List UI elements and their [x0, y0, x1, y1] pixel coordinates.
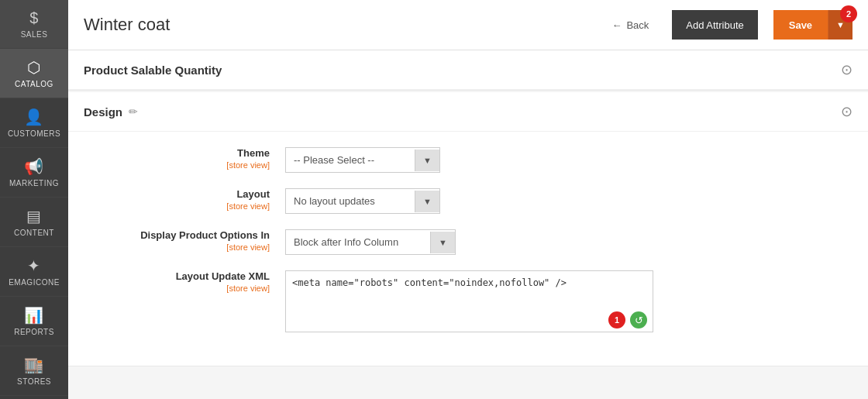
- sidebar: $ SALES ⬡ CATALOG 👤 CUSTOMERS 📢 MARKETIN…: [0, 0, 68, 399]
- sidebar-item-content[interactable]: ▤ CONTENT: [0, 198, 68, 247]
- sidebar-item-stores[interactable]: 🏬 STORES: [0, 346, 68, 396]
- layout-select[interactable]: No layout updates: [286, 189, 415, 213]
- sidebar-item-customers[interactable]: 👤 CUSTOMERS: [0, 98, 68, 148]
- dollar-icon: $: [29, 9, 39, 27]
- layout-store-view: [store view]: [226, 201, 270, 211]
- save-area: Save ▼ 2: [773, 10, 852, 40]
- save-button[interactable]: Save: [773, 10, 828, 40]
- add-attribute-button[interactable]: Add Attribute: [672, 10, 757, 40]
- layout-xml-badge: 1: [608, 311, 625, 328]
- theme-select[interactable]: -- Please Select --: [286, 148, 415, 172]
- display-options-store-view: [store view]: [226, 242, 270, 252]
- main-area: Winter coat ← Back Add Attribute Save ▼ …: [68, 0, 868, 399]
- theme-store-view: [store view]: [226, 160, 270, 170]
- design-title-group: Design ✏: [84, 105, 138, 119]
- design-edit-icon[interactable]: ✏: [129, 105, 138, 118]
- box-icon: ⬡: [27, 58, 41, 77]
- reports-icon: 📊: [24, 306, 44, 325]
- layout-select-wrapper: No layout updates ▼: [285, 188, 440, 214]
- display-options-control: Block after Info Column ▼: [285, 229, 852, 255]
- page-title: Winter coat: [84, 15, 588, 35]
- layout-xml-row: Layout Update XML [store view] <meta nam…: [68, 270, 852, 335]
- sidebar-item-reports[interactable]: 📊 REPORTS: [0, 297, 68, 346]
- sidebar-item-emagicone[interactable]: ✦ EMAGICONE: [0, 247, 68, 297]
- sidebar-item-label: REPORTS: [14, 328, 54, 336]
- layout-xml-label-group: Layout Update XML [store view]: [84, 270, 285, 294]
- layout-xml-control: <meta name="robots" content="<span class…: [285, 270, 852, 335]
- display-options-select-wrapper: Block after Info Column ▼: [285, 229, 456, 255]
- design-header[interactable]: Design ✏ ⊙: [68, 92, 868, 132]
- display-options-dropdown-arrow[interactable]: ▼: [430, 232, 455, 253]
- page-header: Winter coat ← Back Add Attribute Save ▼ …: [68, 0, 868, 50]
- sidebar-item-label: STORES: [17, 377, 51, 386]
- person-icon: 👤: [24, 108, 44, 126]
- theme-label: Theme: [84, 147, 270, 159]
- design-section: Design ✏ ⊙ Theme [store view] -- Pleas: [68, 92, 868, 366]
- theme-row: Theme [store view] -- Please Select -- ▼: [68, 147, 852, 173]
- stores-icon: 🏬: [24, 356, 44, 374]
- layout-label: Layout: [84, 188, 270, 200]
- display-options-row: Display Product Options In [store view] …: [68, 229, 852, 255]
- content-icon: ▤: [26, 207, 42, 225]
- layout-xml-textarea[interactable]: <meta name="robots" content="<span class…: [285, 270, 653, 332]
- salable-quantity-section: Product Salable Quantity ⊙: [68, 50, 868, 91]
- design-collapse-icon[interactable]: ⊙: [841, 103, 852, 120]
- sidebar-item-sales[interactable]: $ SALES: [0, 0, 68, 49]
- theme-select-wrapper: -- Please Select -- ▼: [285, 147, 440, 173]
- sidebar-item-label: CATALOG: [15, 80, 53, 88]
- theme-dropdown-arrow[interactable]: ▼: [415, 150, 439, 171]
- sidebar-item-catalog[interactable]: ⬡ CATALOG: [0, 49, 68, 98]
- textarea-actions: 1 ↺: [608, 311, 647, 328]
- layout-control: No layout updates ▼: [285, 188, 852, 214]
- sidebar-item-label: SALES: [21, 30, 48, 39]
- salable-collapse-icon[interactable]: ⊙: [841, 61, 852, 78]
- sidebar-item-label: EMAGICONE: [9, 278, 60, 287]
- layout-xml-store-view: [store view]: [226, 284, 270, 293]
- back-button[interactable]: ← Back: [604, 15, 656, 36]
- sidebar-item-label: CUSTOMERS: [8, 129, 60, 138]
- layout-xml-label: Layout Update XML: [84, 270, 270, 282]
- display-options-label-group: Display Product Options In [store view]: [84, 229, 285, 253]
- display-options-select[interactable]: Block after Info Column: [286, 230, 430, 254]
- sidebar-item-label: CONTENT: [14, 229, 54, 237]
- layout-row: Layout [store view] No layout updates ▼: [68, 188, 852, 214]
- design-title: Design: [84, 105, 122, 119]
- salable-quantity-title: Product Salable Quantity: [84, 64, 222, 77]
- layout-dropdown-arrow[interactable]: ▼: [415, 191, 439, 212]
- emagicone-icon: ✦: [27, 256, 41, 275]
- display-options-label: Display Product Options In: [84, 229, 270, 241]
- textarea-expand-icon[interactable]: ↺: [630, 311, 647, 328]
- arrow-left-icon: ←: [611, 19, 622, 31]
- content-area: Product Salable Quantity ⊙ Design ✏ ⊙ Th…: [68, 50, 868, 399]
- salable-quantity-header[interactable]: Product Salable Quantity ⊙: [68, 50, 868, 90]
- sidebar-item-marketing[interactable]: 📢 MARKETING: [0, 148, 68, 198]
- design-section-body: Theme [store view] -- Please Select -- ▼: [68, 132, 868, 366]
- theme-label-group: Theme [store view]: [84, 147, 285, 170]
- layout-label-group: Layout [store view]: [84, 188, 285, 212]
- theme-control: -- Please Select -- ▼: [285, 147, 852, 173]
- layout-xml-wrapper: <meta name="robots" content="<span class…: [285, 270, 653, 335]
- sidebar-item-label: MARKETING: [9, 179, 59, 187]
- save-badge: 2: [840, 5, 857, 22]
- megaphone-icon: 📢: [24, 157, 44, 176]
